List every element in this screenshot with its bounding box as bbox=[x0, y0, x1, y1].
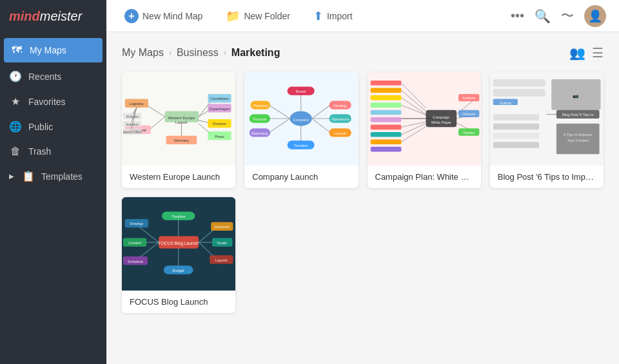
card-thumb-2: Company Planning Finance Marketing bbox=[244, 72, 358, 166]
svg-text:📷: 📷 bbox=[573, 92, 579, 99]
svg-text:Press: Press bbox=[215, 135, 224, 139]
svg-rect-93 bbox=[493, 89, 545, 96]
card-blog-post[interactable]: 📷 Submit Blog Post '6 Tips to 6 Tips to … bbox=[490, 72, 604, 188]
svg-rect-66 bbox=[370, 132, 401, 137]
breadcrumb-business[interactable]: Business bbox=[177, 47, 219, 59]
svg-rect-92 bbox=[493, 79, 545, 86]
svg-text:Marketing: Marketing bbox=[252, 131, 268, 135]
svg-text:Budget: Budget bbox=[173, 269, 184, 273]
card-label-1: Western Europe Launch bbox=[122, 166, 235, 188]
sidebar-item-label: Templates bbox=[41, 171, 83, 182]
card-company-launch[interactable]: Company Planning Finance Marketing bbox=[244, 72, 358, 188]
svg-line-44 bbox=[312, 105, 331, 119]
public-icon: 🌐 bbox=[9, 120, 22, 133]
svg-text:Campaign: Campaign bbox=[433, 115, 449, 119]
svg-text:Finance: Finance bbox=[253, 117, 266, 121]
sidebar-item-my-maps[interactable]: 🗺 My Maps bbox=[4, 38, 103, 62]
card-thumb-4: 📷 Submit Blog Post '6 Tips to 6 Tips to … bbox=[490, 72, 604, 166]
chevron-right-icon: ▶ bbox=[9, 173, 14, 180]
breadcrumb: My Maps › Business › Marketing bbox=[122, 47, 280, 59]
more-options-icon[interactable]: ••• bbox=[511, 8, 524, 23]
card-focus-blog[interactable]: FOCUS Blog Launch Strategy Content Sched… bbox=[122, 197, 235, 313]
svg-text:Channels: Channels bbox=[214, 225, 230, 229]
add-icon: + bbox=[124, 9, 139, 23]
sidebar-item-templates[interactable]: ▶ 📋 Templates bbox=[0, 164, 106, 189]
sidebar-item-label: My Maps bbox=[30, 45, 66, 55]
import-button[interactable]: ⬆ Import bbox=[308, 5, 358, 27]
svg-text:6 Tips to Improve: 6 Tips to Improve bbox=[564, 133, 592, 137]
svg-rect-63 bbox=[370, 110, 401, 115]
topbar-right: ••• 🔍 〜 👤 bbox=[511, 5, 606, 27]
svg-text:Launch: Launch bbox=[215, 258, 228, 262]
card-thumb-3: Campaign White Paper Audience Channels T… bbox=[368, 72, 481, 166]
svg-rect-61 bbox=[370, 95, 401, 101]
cards-grid: Western Europe Launch Logistics Personne… bbox=[122, 72, 604, 313]
map-icon: 🗺 bbox=[10, 44, 23, 56]
sidebar: mindmeister 🗺 My Maps 🕐 Recents ★ Favori… bbox=[0, 0, 106, 364]
svg-text:Timeline: Timeline bbox=[463, 131, 475, 135]
svg-text:Germany: Germany bbox=[174, 139, 190, 142]
card-thumb-1: Western Europe Launch Logistics Personne… bbox=[122, 72, 235, 166]
sidebar-item-label: Public bbox=[28, 122, 53, 132]
svg-line-41 bbox=[269, 119, 290, 133]
breadcrumb-sep-2: › bbox=[224, 48, 226, 57]
svg-line-50 bbox=[312, 119, 331, 133]
avatar[interactable]: 👤 bbox=[584, 5, 606, 27]
svg-rect-60 bbox=[370, 88, 401, 93]
sidebar-item-favorites[interactable]: ★ Favorites bbox=[0, 89, 106, 114]
svg-text:Audience: Audience bbox=[462, 97, 475, 100]
svg-text:Company: Company bbox=[293, 118, 310, 122]
topbar: + New Mind Map 📁 New Folder ⬆ Import •••… bbox=[106, 0, 619, 32]
svg-text:Countdown: Countdown bbox=[210, 97, 229, 101]
recents-icon: 🕐 bbox=[9, 70, 22, 82]
share-icon[interactable]: 👥 bbox=[569, 45, 585, 61]
svg-text:Finance: Finance bbox=[213, 122, 226, 126]
svg-rect-64 bbox=[370, 117, 401, 122]
svg-rect-104 bbox=[493, 133, 539, 139]
svg-rect-102 bbox=[493, 114, 539, 120]
favorites-icon: ★ bbox=[9, 95, 22, 108]
svg-text:Munich Office: Munich Office bbox=[123, 131, 142, 134]
logo: mindmeister bbox=[0, 0, 106, 33]
svg-rect-59 bbox=[370, 81, 401, 86]
card-label-2: Company Launch bbox=[244, 166, 358, 188]
new-folder-button[interactable]: 📁 New Folder bbox=[221, 5, 295, 27]
new-mind-map-button[interactable]: + New Mind Map bbox=[119, 5, 208, 27]
card-label-4: Blog Post '6 Tips to Improve Your ... bbox=[490, 166, 604, 188]
svg-line-72 bbox=[401, 98, 426, 115]
svg-line-70 bbox=[401, 83, 426, 108]
sidebar-item-public[interactable]: 🌐 Public bbox=[0, 114, 106, 139]
svg-line-6 bbox=[150, 117, 165, 129]
view-options-icon[interactable]: ☰ bbox=[592, 45, 604, 61]
main-content: + New Mind Map 📁 New Folder ⬆ Import •••… bbox=[106, 0, 619, 364]
svg-rect-65 bbox=[370, 125, 401, 130]
svg-text:Channels: Channels bbox=[462, 113, 476, 116]
search-icon[interactable]: 🔍 bbox=[535, 8, 551, 24]
svg-text:Goals: Goals bbox=[217, 241, 227, 245]
breadcrumb-my-maps[interactable]: My Maps bbox=[122, 47, 164, 59]
sidebar-item-label: Trash bbox=[28, 146, 51, 157]
breadcrumb-sep-1: › bbox=[169, 48, 172, 57]
new-folder-label: New Folder bbox=[244, 11, 290, 21]
svg-text:Strategy: Strategy bbox=[130, 222, 143, 225]
import-icon: ⬆ bbox=[313, 9, 323, 23]
sidebar-item-trash[interactable]: 🗑 Trash bbox=[0, 139, 106, 164]
svg-text:Western Europe: Western Europe bbox=[168, 116, 195, 120]
svg-text:Submit: Submit bbox=[500, 101, 511, 105]
svg-text:White Paper: White Paper bbox=[431, 120, 451, 124]
card-thumb-5: FOCUS Blog Launch Strategy Content Sched… bbox=[122, 197, 235, 291]
svg-rect-103 bbox=[493, 124, 539, 130]
activity-icon[interactable]: 〜 bbox=[561, 7, 574, 24]
sidebar-item-recents[interactable]: 🕐 Recents bbox=[0, 64, 106, 89]
svg-text:Copenhagen: Copenhagen bbox=[209, 107, 230, 111]
templates-icon: 📋 bbox=[22, 170, 35, 182]
card-campaign-plan[interactable]: Campaign White Paper Audience Channels T… bbox=[368, 72, 481, 188]
svg-rect-105 bbox=[493, 142, 539, 148]
card-label-5: FOCUS Blog Launch bbox=[122, 291, 235, 313]
svg-rect-68 bbox=[370, 147, 401, 152]
svg-text:Blog Post '6 Tips to: Blog Post '6 Tips to bbox=[562, 113, 594, 117]
svg-text:Your Content: Your Content bbox=[567, 139, 588, 142]
card-label-3: Campaign Plan: White Paper Launch bbox=[368, 166, 481, 188]
card-western-europe[interactable]: Western Europe Launch Logistics Personne… bbox=[122, 72, 235, 188]
trash-icon: 🗑 bbox=[9, 146, 22, 157]
